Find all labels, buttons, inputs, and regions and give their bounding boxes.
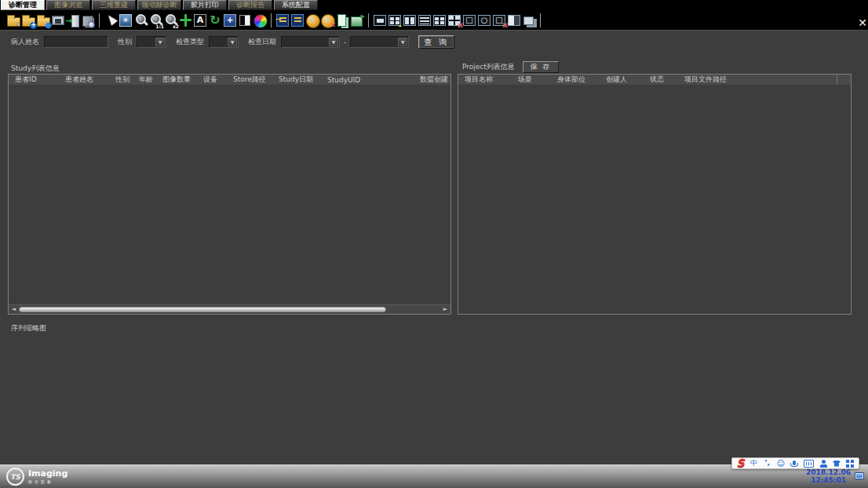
scroll-right-icon[interactable]: ► <box>442 307 449 312</box>
column-header[interactable]: 年龄 <box>139 75 162 85</box>
send-export-icon[interactable]: → <box>66 12 80 29</box>
series-layout-icon[interactable] <box>290 12 305 29</box>
zoom-icon[interactable] <box>133 12 148 29</box>
measure-annotate-icon[interactable]: ✎ <box>305 12 319 29</box>
emoji-icon[interactable]: ☺ <box>777 458 785 468</box>
handwriting-icon[interactable] <box>819 458 827 468</box>
gender-select[interactable]: ▼ <box>137 36 166 48</box>
save-button[interactable]: 保 存 <box>523 61 560 73</box>
column-header[interactable]: Store路径 <box>233 75 279 85</box>
zoom-x2-icon[interactable]: x2 <box>163 12 177 29</box>
date-from-select[interactable]: ▼ <box>281 36 340 48</box>
layout-two-columns-icon[interactable] <box>403 12 417 29</box>
ime-toolbar: S中’,☺ <box>731 457 859 469</box>
input-mode-icon[interactable]: 中 <box>750 458 758 468</box>
layout-single-icon[interactable] <box>373 12 387 29</box>
voice-input-icon[interactable] <box>790 458 798 468</box>
chevron-down-icon[interactable]: ▼ <box>155 38 165 46</box>
close-icon[interactable]: ✕ <box>858 17 867 28</box>
column-header[interactable]: 创建人 <box>606 75 650 85</box>
chevron-down-icon[interactable]: ▼ <box>329 38 338 46</box>
column-header[interactable]: 项目文件路径 <box>684 75 851 85</box>
copy-report-icon[interactable] <box>335 12 349 29</box>
invert-colors-icon[interactable] <box>238 12 252 29</box>
tab-2[interactable]: 图像浏览 <box>46 0 90 10</box>
project-panel-header: Project列表信息 保 存 <box>462 61 559 73</box>
select-cursor-icon[interactable] <box>104 12 118 29</box>
split-view-icon[interactable] <box>507 12 521 29</box>
exam-type-select[interactable]: ▼ <box>209 36 239 48</box>
pan-icon[interactable] <box>178 12 192 29</box>
logo-badge: TS <box>6 468 24 486</box>
export-image-icon[interactable]: ▶ <box>350 12 364 29</box>
toolbox-icon[interactable] <box>846 458 855 468</box>
column-header[interactable]: 患者姓名 <box>65 75 115 85</box>
horizontal-scrollbar[interactable]: ◄ ► <box>9 304 450 314</box>
sogou-logo-icon[interactable]: S <box>736 457 744 468</box>
roi-rectangle-icon[interactable]: □ <box>462 12 476 29</box>
roi-delete-icon[interactable]: □ <box>492 12 506 29</box>
column-header[interactable]: 图像数量 <box>162 75 203 85</box>
refresh-rotate-icon[interactable]: ↻ <box>208 12 222 29</box>
search-form: 病人姓名 性别 ▼ 检查类型 ▼ 检查日期 ▼ - ▼ 查 询 <box>11 35 454 49</box>
network-tray-icon[interactable] <box>855 472 864 479</box>
zoom-actual-size-icon[interactable]: 1:1 <box>148 12 162 29</box>
color-palette-icon[interactable] <box>253 12 267 29</box>
tab-1[interactable]: 诊断管理 <box>1 0 45 10</box>
measure-delete-icon[interactable]: ✎ <box>320 12 334 29</box>
fit-to-window-icon[interactable]: + <box>223 12 237 29</box>
tab-5[interactable]: 胶片打印 <box>183 0 227 10</box>
project-panel: 项目名称场景身体部位创建人状态项目文件路径 <box>458 74 852 315</box>
text-annotation-icon[interactable]: A <box>193 12 207 29</box>
sequence-thumbnails-area <box>8 333 852 463</box>
archive-database-icon[interactable] <box>81 12 95 29</box>
soft-keyboard-icon[interactable] <box>804 458 814 468</box>
logo-subtext: 医学影像 <box>28 479 67 484</box>
date-to-select[interactable]: ▼ <box>350 36 409 48</box>
skin-icon[interactable] <box>833 458 841 468</box>
layout-close-icon[interactable] <box>447 12 461 29</box>
column-header[interactable]: 状态 <box>650 75 684 85</box>
taskbar-clock: 2018.12.06 12:45:01 <box>806 468 851 484</box>
patient-name-input[interactable] <box>44 36 108 48</box>
layout-edit-icon[interactable] <box>388 12 402 29</box>
study-panel-title: Study列表信息 <box>11 64 60 74</box>
column-header[interactable]: Study日期 <box>279 75 327 85</box>
tab-3[interactable]: 三维重建 <box>92 0 136 10</box>
study-table-body[interactable] <box>9 85 450 304</box>
patient-name-label: 病人姓名 <box>11 37 39 47</box>
project-table-body[interactable] <box>458 85 851 304</box>
column-header[interactable]: 设备 <box>203 75 233 85</box>
column-header[interactable]: 性别 <box>115 75 139 85</box>
column-header[interactable]: 项目名称 <box>465 75 518 85</box>
column-header[interactable]: 患者ID <box>15 75 65 85</box>
toolbar-separator <box>271 13 272 27</box>
exam-type-label: 检查类型 <box>176 37 204 47</box>
project-panel-title: Project列表信息 <box>462 62 515 72</box>
scroll-left-icon[interactable]: ◄ <box>10 307 17 312</box>
tab-6[interactable]: 诊断报告 <box>228 0 272 10</box>
tab-7[interactable]: 系统配置 <box>274 0 318 10</box>
layout-rows-icon[interactable] <box>418 12 432 29</box>
series-import-layout-icon[interactable]: → <box>275 12 290 29</box>
query-button[interactable]: 查 询 <box>418 35 454 49</box>
column-header[interactable]: 场景 <box>518 75 557 85</box>
punctuation-icon[interactable]: ’, <box>764 458 771 468</box>
toolbar-separator <box>540 13 541 27</box>
column-header[interactable]: 数据创建 <box>410 75 450 85</box>
chevron-down-icon[interactable]: ▼ <box>228 38 237 46</box>
open-study-folder-icon[interactable]: ✳ <box>6 12 20 29</box>
study-table-header: 患者ID患者姓名性别年龄图像数量设备Store路径Study日期StudyUID… <box>9 75 450 85</box>
add-study-folder-icon[interactable]: + <box>21 12 35 29</box>
roi-ellipse-icon[interactable]: ○ <box>477 12 491 29</box>
window-level-icon[interactable]: ☀ <box>119 12 133 29</box>
column-header[interactable]: 身体部位 <box>557 75 606 85</box>
cine-stack-icon[interactable] <box>522 12 536 29</box>
tab-4[interactable]: 颈动脉诊断 <box>137 0 181 10</box>
layout-grid-2x2-icon[interactable] <box>432 12 447 29</box>
film-browser-icon[interactable] <box>51 12 65 29</box>
import-study-folder-icon[interactable]: ● <box>36 12 50 29</box>
column-header[interactable]: StudyUID <box>327 76 410 84</box>
scrollbar-thumb[interactable] <box>19 307 386 312</box>
chevron-down-icon[interactable]: ▼ <box>398 38 407 46</box>
